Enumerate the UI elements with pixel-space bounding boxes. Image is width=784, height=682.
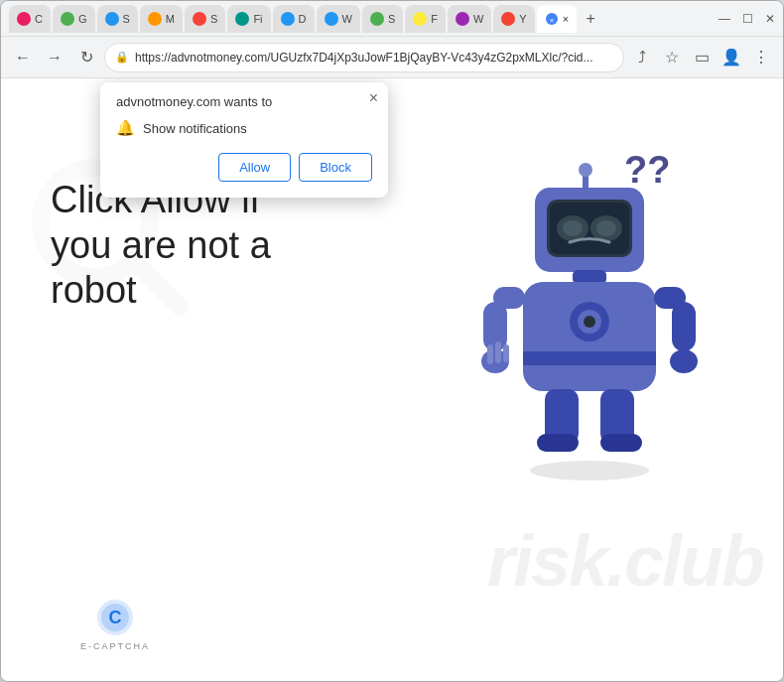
tab-label-s3: S xyxy=(388,13,395,25)
tab-icon-g xyxy=(61,12,74,26)
tab-icon-w2 xyxy=(456,12,469,26)
svg-rect-32 xyxy=(600,434,642,452)
tab-label-y: Y xyxy=(519,13,526,25)
block-button[interactable]: Block xyxy=(299,153,372,182)
svg-point-11 xyxy=(596,220,616,236)
tab-label-w: W xyxy=(342,13,352,25)
heading-line3: robot xyxy=(51,268,271,314)
new-tab-button[interactable]: + xyxy=(579,7,602,31)
tab-icon-w xyxy=(325,12,338,26)
tab-icon-d xyxy=(281,12,295,26)
tab-s2[interactable]: S xyxy=(185,5,225,33)
tab-label-active: × xyxy=(563,13,569,25)
svg-rect-23 xyxy=(487,344,493,364)
tab-icon-y xyxy=(501,12,515,26)
popup-buttons: Allow Block xyxy=(116,153,372,182)
forward-button[interactable]: → xyxy=(41,44,68,71)
bell-icon: 🔔 xyxy=(116,119,135,137)
tab-strip: C G S M S Fi D xyxy=(9,1,707,36)
back-button[interactable]: ← xyxy=(9,44,37,71)
window-controls: — ☐ ✕ xyxy=(719,12,775,26)
close-icon[interactable]: ✕ xyxy=(765,12,775,26)
ecaptcha-label: E-CAPTCHA xyxy=(80,641,150,651)
tab-y[interactable]: Y xyxy=(493,5,534,33)
tab-m[interactable]: M xyxy=(140,5,183,33)
svg-text:??: ?? xyxy=(624,149,670,191)
popup-notification-row: 🔔 Show notifications xyxy=(116,119,372,137)
profile-button[interactable]: 👤 xyxy=(718,44,745,71)
svg-point-33 xyxy=(530,461,649,480)
maximize-icon[interactable]: ☐ xyxy=(742,12,753,26)
svg-text:C: C xyxy=(109,608,122,627)
svg-rect-30 xyxy=(537,434,579,452)
tab-fi[interactable]: Fi xyxy=(227,5,270,33)
notification-popup: × advnotmoney.com wants to 🔔 Show notifi… xyxy=(100,82,388,198)
svg-point-28 xyxy=(670,349,698,373)
tab-icon-s3 xyxy=(370,12,384,26)
tab-c[interactable]: C xyxy=(9,5,51,33)
tab-label-f: F xyxy=(431,13,438,25)
svg-rect-14 xyxy=(573,270,606,284)
tab-label-fi: Fi xyxy=(253,13,262,25)
svg-rect-27 xyxy=(672,302,696,351)
tab-w2[interactable]: W xyxy=(448,5,491,33)
tab-label-s1: S xyxy=(123,13,130,25)
menu-button[interactable]: ⋮ xyxy=(747,44,775,71)
popup-close-button[interactable]: × xyxy=(369,90,378,106)
tab-s1[interactable]: S xyxy=(97,5,138,33)
address-text: https://advnotmoney.com/UGUzfx7D4jXp3uJo… xyxy=(135,51,613,65)
svg-point-18 xyxy=(584,316,595,328)
active-tab-icon: × xyxy=(545,12,559,26)
svg-rect-24 xyxy=(495,341,501,363)
main-text: Click Allow if you are not a robot xyxy=(51,178,271,314)
tab-icon-c xyxy=(17,12,31,26)
tab-d[interactable]: D xyxy=(273,5,315,33)
popup-title: advnotmoney.com wants to xyxy=(116,94,372,109)
bookmark-button[interactable]: ☆ xyxy=(658,44,686,71)
heading-line2: you are not a xyxy=(51,223,271,269)
address-bar[interactable]: 🔒 https://advnotmoney.com/UGUzfx7D4jXp3u… xyxy=(104,43,624,72)
svg-point-9 xyxy=(563,220,583,236)
tab-label-s2: S xyxy=(210,13,217,25)
tab-s3[interactable]: S xyxy=(362,5,403,33)
toolbar-actions: ⤴ ☆ ▭ 👤 ⋮ xyxy=(628,44,775,71)
toolbar: ← → ↻ 🔒 https://advnotmoney.com/UGUzfx7D… xyxy=(1,37,783,78)
tab-icon-fi xyxy=(235,12,249,26)
svg-rect-21 xyxy=(483,302,507,351)
tab-label-m: M xyxy=(166,13,175,25)
minimize-icon[interactable]: — xyxy=(719,12,730,26)
robot-illustration: ?? xyxy=(465,128,723,466)
watermark-text: risk.club xyxy=(487,520,763,602)
ecaptcha-icon: C xyxy=(95,598,135,637)
reload-button[interactable]: ↻ xyxy=(72,44,100,71)
tab-label-w2: W xyxy=(473,13,483,25)
svg-text:×: × xyxy=(549,16,554,25)
tab-label-g: G xyxy=(78,13,87,25)
browser-window: C G S M S Fi D xyxy=(0,0,784,682)
tab-icon-m xyxy=(148,12,162,26)
title-bar: C G S M S Fi D xyxy=(1,1,783,37)
tab-f[interactable]: F xyxy=(405,5,446,33)
tab-icon-s1 xyxy=(105,12,119,26)
main-heading: Click Allow if you are not a robot xyxy=(51,178,271,314)
svg-rect-19 xyxy=(523,351,656,365)
tab-label-c: C xyxy=(35,13,43,25)
tab-icon-f xyxy=(413,12,427,26)
tab-w[interactable]: W xyxy=(317,5,360,33)
ecaptcha-logo: C E-CAPTCHA xyxy=(80,598,150,651)
tab-label-d: D xyxy=(299,13,307,25)
robot-svg: ?? xyxy=(465,128,723,485)
tab-icon-s2 xyxy=(193,12,206,26)
popup-notification-text: Show notifications xyxy=(143,121,247,136)
share-button[interactable]: ⤴ xyxy=(628,44,656,71)
sidebar-button[interactable]: ▭ xyxy=(688,44,716,71)
tab-active[interactable]: × × xyxy=(537,5,577,33)
svg-rect-25 xyxy=(503,344,509,362)
allow-button[interactable]: Allow xyxy=(218,153,291,182)
lock-icon: 🔒 xyxy=(115,51,129,64)
page-content: risk.club Click Allow if you are not a r… xyxy=(1,78,783,681)
tab-g[interactable]: G xyxy=(53,5,95,33)
svg-point-13 xyxy=(579,163,592,177)
